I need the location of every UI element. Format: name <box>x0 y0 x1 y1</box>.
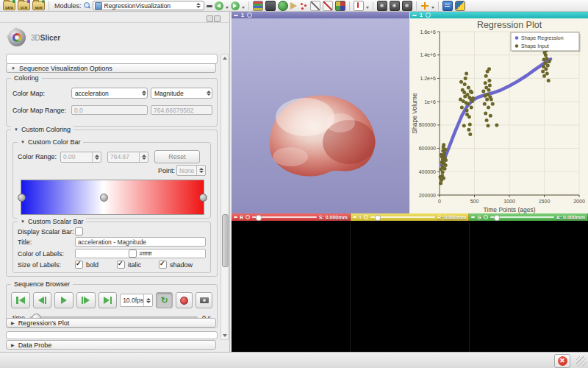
slice-pin-icon[interactable] <box>353 216 356 218</box>
load-data-icon[interactable]: DATA <box>3 1 15 10</box>
shadow-checkbox[interactable] <box>159 261 167 269</box>
module-selector-combobox[interactable]: RegressionVisualization <box>93 1 204 10</box>
scrollbar-thumb[interactable] <box>222 214 229 267</box>
point-spinbox[interactable]: None <box>176 165 206 176</box>
component-combobox[interactable]: Magnitude <box>151 88 212 99</box>
module-search-icon[interactable] <box>84 2 90 9</box>
panel-scrollbar[interactable] <box>220 54 229 340</box>
scene-views-icon[interactable] <box>278 1 288 11</box>
mouse-mode-caret-icon[interactable] <box>366 7 369 9</box>
mouse-mode-icon[interactable] <box>354 1 364 11</box>
error-log-button[interactable]: ✕ <box>554 354 570 368</box>
module-history-icon[interactable] <box>207 5 212 7</box>
view-visibility-icon[interactable] <box>426 13 431 18</box>
slice-slider-handle[interactable] <box>375 215 381 221</box>
fps-spinbox[interactable]: 10.0fps <box>120 294 153 307</box>
crosshair-icon[interactable] <box>420 1 429 10</box>
color-gradient-bar[interactable] <box>21 180 204 215</box>
regression-plot-canvas[interactable]: 2000004000006000008000001e+61.2e+61.4e+6… <box>410 18 588 214</box>
slice-view-green[interactable] <box>470 221 588 352</box>
view-visibility-icon[interactable] <box>247 13 252 18</box>
modules-label: Modules: <box>54 2 82 10</box>
slice-slider-handle[interactable] <box>494 215 500 221</box>
reset-button[interactable]: Reset <box>154 150 200 163</box>
display-scalar-bar-checkbox[interactable] <box>75 227 83 236</box>
slice-visibility-icon[interactable] <box>245 215 250 219</box>
capture-screenshot-icon[interactable] <box>377 1 387 11</box>
markup-pencil-icon[interactable] <box>310 1 320 11</box>
capture-view-icon[interactable] <box>390 1 400 11</box>
layout-selector-icon[interactable] <box>335 1 345 11</box>
fiducial-points-icon[interactable] <box>299 1 308 10</box>
toolbar-separator <box>416 1 417 10</box>
component-stepper[interactable] <box>205 89 212 97</box>
slice-slider-handle[interactable] <box>256 215 262 221</box>
regressions-plot-header[interactable]: ▶ Regression's Plot <box>6 318 216 328</box>
loop-button[interactable]: ↻ <box>156 292 173 308</box>
bold-checkbox[interactable] <box>75 261 83 269</box>
slice-pin-icon[interactable] <box>471 216 475 218</box>
module-selector-stepper[interactable] <box>196 1 202 10</box>
color-map-range-min-field[interactable]: 0.0 <box>71 105 148 115</box>
scalar-bar-title-input[interactable]: acceleration - Magnitude <box>75 237 206 247</box>
gradient-handle-right[interactable] <box>199 194 207 202</box>
view-pin-icon[interactable] <box>234 15 238 16</box>
gradient-handle-middle[interactable] <box>100 194 108 202</box>
italic-checkbox[interactable] <box>117 261 125 269</box>
panel-close-icon[interactable] <box>214 15 220 22</box>
scroll-down-icon[interactable] <box>223 334 227 337</box>
slicer-logo: 3DSlicer <box>6 26 60 49</box>
save-icon[interactable]: SAVE <box>32 1 45 10</box>
play-button[interactable] <box>54 292 74 308</box>
panel-pin-icon[interactable] <box>207 15 213 22</box>
module-header-bar[interactable] <box>6 54 218 64</box>
view-pin-icon[interactable] <box>412 15 417 16</box>
extensions-manager-icon[interactable] <box>442 1 453 11</box>
go-to-first-frame-button[interactable] <box>11 292 30 308</box>
collapsed-arrow-icon: ▶ <box>11 342 15 347</box>
slice-offset-slider[interactable] <box>370 216 435 218</box>
panel-divider <box>0 22 229 23</box>
back-history-caret-icon[interactable] <box>226 7 229 9</box>
transform-arrow-icon[interactable] <box>290 2 297 10</box>
crosshair-caret-icon[interactable] <box>431 7 434 9</box>
label-color-picker[interactable]: #ffffff <box>75 249 206 258</box>
python-console-icon[interactable] <box>455 1 465 11</box>
scroll-up-icon[interactable] <box>223 57 227 60</box>
custom-color-bar-header[interactable]: ▼ Custom Color Bar <box>18 138 83 146</box>
color-map-range-max-field[interactable]: 764.66679582 <box>151 105 212 115</box>
record-button[interactable] <box>176 292 193 308</box>
custom-scalar-bar-header[interactable]: ▼ Custom Scalar Bar <box>18 218 86 225</box>
custom-coloring-header[interactable]: ▼ Custom Coloring <box>11 126 74 133</box>
forward-history-caret-icon[interactable] <box>242 7 245 9</box>
screenshot-tool-icon[interactable] <box>265 1 276 11</box>
resize-grip[interactable] <box>576 356 587 367</box>
color-range-max-spinbox[interactable]: 764.67 <box>107 152 148 163</box>
forward-arrow-icon[interactable] <box>231 1 240 10</box>
slice-offset-slider[interactable] <box>252 216 317 218</box>
annotate-pencil-icon[interactable] <box>323 1 333 11</box>
dicom-icon[interactable]: DCM <box>18 1 30 10</box>
svg-text:1000: 1000 <box>503 199 515 204</box>
slice-view-yellow[interactable] <box>351 221 470 352</box>
go-to-last-frame-button[interactable] <box>98 292 118 308</box>
data-probe-header[interactable]: ▶ Data Probe <box>6 340 216 350</box>
previous-frame-button[interactable] <box>33 292 52 308</box>
slice-visibility-icon[interactable] <box>484 215 488 219</box>
record-icon <box>180 297 188 305</box>
gradient-handle-left[interactable] <box>18 194 26 202</box>
back-arrow-icon[interactable] <box>215 1 223 10</box>
view-3d-canvas[interactable] <box>232 18 409 213</box>
snapshot-button[interactable] <box>196 292 212 308</box>
color-range-min-spinbox[interactable]: 0.00 <box>60 152 101 163</box>
layout-modules-icon[interactable] <box>253 1 263 11</box>
slice-view-red[interactable] <box>232 221 351 352</box>
slice-pin-icon[interactable] <box>234 216 237 218</box>
slice-visibility-icon[interactable] <box>364 215 368 219</box>
sequence-visualization-options-header[interactable]: ▼ Sequence Visualization Options <box>6 63 216 73</box>
color-map-combobox[interactable]: acceleration <box>71 88 148 99</box>
capture-sequence-icon[interactable] <box>402 1 412 11</box>
next-frame-button[interactable] <box>76 292 96 308</box>
slice-offset-slider[interactable] <box>490 216 554 218</box>
color-map-stepper[interactable] <box>140 89 147 97</box>
